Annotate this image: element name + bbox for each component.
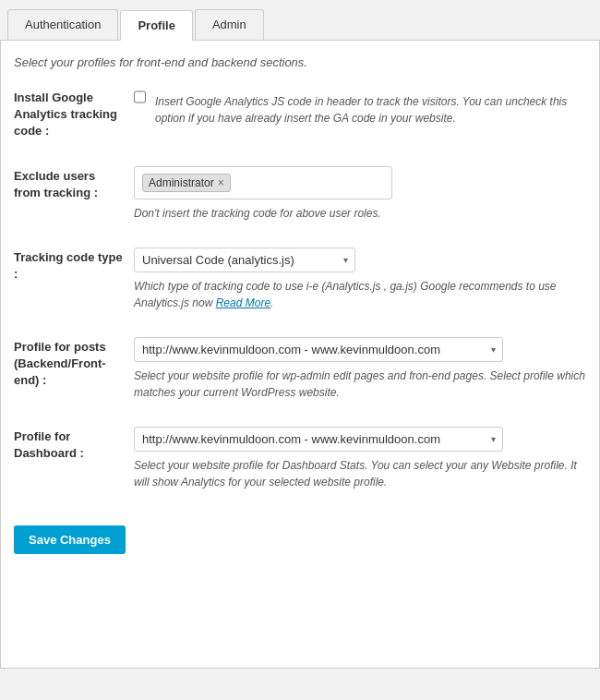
control-exclude-users: Administrator × Don't insert the trackin… <box>125 166 586 222</box>
label-profile-posts: Profile for posts (Backend/Front-end) : <box>14 337 125 390</box>
page-subtitle: Select your profiles for front-end and b… <box>14 55 586 69</box>
label-install-analytics: Install Google Analytics tracking code : <box>14 88 125 140</box>
select-tracking-code-type[interactable]: Universal Code (analytics.js) Classic Co… <box>134 247 355 272</box>
desc-install-analytics: Insert Google Analytics JS code in heade… <box>155 93 586 127</box>
row-profile-posts: Profile for posts (Backend/Front-end) : … <box>14 337 586 401</box>
select-profile-posts[interactable]: http://www.kevinmuldoon.com - www.kevinm… <box>134 337 503 362</box>
desc-profile-dashboard: Select your website profile for Dashboar… <box>134 457 586 490</box>
tab-authentication[interactable]: Authentication <box>7 9 118 40</box>
label-exclude-users: Exclude users from tracking : <box>14 166 125 201</box>
select-wrap-profile-posts: http://www.kevinmuldoon.com - www.kevinm… <box>134 337 503 362</box>
row-exclude-users: Exclude users from tracking : Administra… <box>14 166 586 222</box>
read-more-link[interactable]: Read More <box>216 296 270 309</box>
control-tracking-code-type: Universal Code (analytics.js) Classic Co… <box>125 247 586 311</box>
save-changes-button[interactable]: Save Changes <box>14 525 126 554</box>
label-profile-dashboard: Profile for Dashboard : <box>14 427 125 462</box>
desc-text-tracking-prefix: Which type of tracking code to use i-e (… <box>134 280 557 309</box>
select-profile-dashboard[interactable]: http://www.kevinmuldoon.com - www.kevinm… <box>134 427 503 452</box>
tag-input-box[interactable]: Administrator × <box>134 166 392 199</box>
desc-profile-posts: Select your website profile for wp-admin… <box>134 368 586 401</box>
desc-text-tracking-suffix: . <box>270 296 273 309</box>
tag-remove-icon[interactable]: × <box>218 176 224 189</box>
tabs-bar: Authentication Profile Admin <box>0 0 600 41</box>
control-profile-posts: http://www.kevinmuldoon.com - www.kevinm… <box>125 337 586 401</box>
tab-profile[interactable]: Profile <box>120 10 192 41</box>
row-profile-dashboard: Profile for Dashboard : http://www.kevin… <box>14 427 586 490</box>
select-wrap-profile-dashboard: http://www.kevinmuldoon.com - www.kevinm… <box>134 427 503 452</box>
row-install-analytics: Install Google Analytics tracking code :… <box>14 88 586 140</box>
label-tracking-code-type: Tracking code type : <box>14 247 125 283</box>
desc-exclude-users: Don't insert the tracking code for above… <box>134 205 586 222</box>
page-wrap: Authentication Profile Admin Select your… <box>0 0 600 669</box>
tag-label: Administrator <box>149 176 214 189</box>
tag-administrator: Administrator × <box>142 174 231 192</box>
tab-admin[interactable]: Admin <box>195 9 264 40</box>
control-install-analytics: Insert Google Analytics JS code in heade… <box>125 88 586 127</box>
checkbox-install-analytics[interactable] <box>134 91 146 103</box>
checkbox-wrap-analytics: Insert Google Analytics JS code in heade… <box>134 88 586 127</box>
desc-tracking-code-type: Which type of tracking code to use i-e (… <box>134 278 586 311</box>
tab-content: Select your profiles for front-end and b… <box>0 41 600 669</box>
button-row: Save Changes <box>14 516 586 554</box>
select-wrap-tracking: Universal Code (analytics.js) Classic Co… <box>134 247 355 272</box>
control-profile-dashboard: http://www.kevinmuldoon.com - www.kevinm… <box>125 427 586 490</box>
row-tracking-code-type: Tracking code type : Universal Code (ana… <box>14 247 586 311</box>
